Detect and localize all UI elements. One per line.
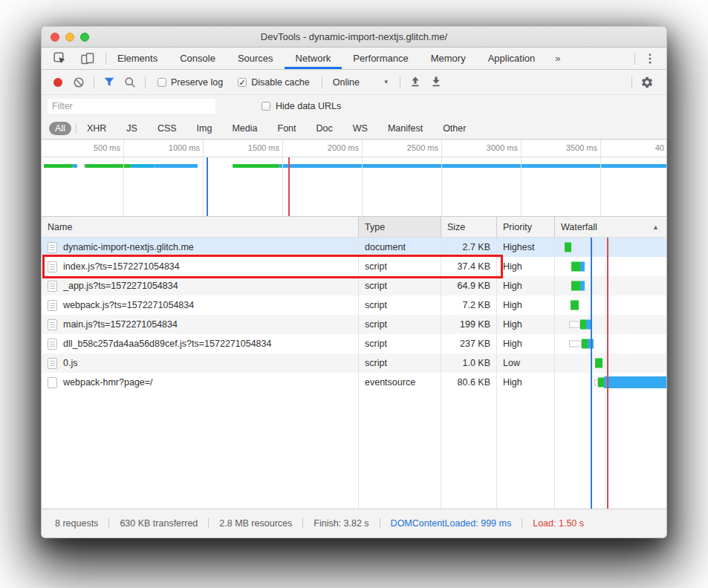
file-icon [48, 281, 57, 292]
tab-performance[interactable]: Performance [342, 48, 419, 69]
disable-cache-toggle[interactable]: ✓ Disable cache [230, 77, 317, 88]
waterfall-cell [555, 353, 666, 373]
table-row-webpackjs[interactable]: webpack.js?ts=1572271054834 script 7.2 K… [42, 295, 666, 315]
request-type: script [359, 295, 441, 315]
devtools-menu-icon[interactable]: ⋮ [635, 48, 666, 69]
hide-data-urls-toggle[interactable]: Hide data URLs [254, 101, 348, 111]
network-toolbar: Preserve log ✓ Disable cache Online ▼ [42, 70, 666, 95]
waterfall-bar [569, 341, 582, 347]
request-priority: Low [497, 353, 555, 373]
tab-sources[interactable]: Sources [227, 48, 285, 69]
waterfall-bar [571, 301, 579, 310]
tab-elements[interactable]: Elements [106, 48, 169, 69]
preserve-log-toggle[interactable]: Preserve log [150, 77, 230, 88]
requests-table-header: Name Type Size Priority Waterfall ▲ [42, 217, 666, 238]
request-name: 0.js [63, 358, 77, 368]
request-type: script [359, 315, 441, 334]
type-filter-font[interactable]: Font [272, 122, 302, 135]
type-filter-other[interactable]: Other [437, 122, 472, 135]
table-empty-area [42, 392, 666, 509]
window-titlebar[interactable]: DevTools - dynamic-import-nextjs.glitch.… [42, 27, 666, 48]
column-header-priority[interactable]: Priority [497, 217, 555, 237]
close-button[interactable] [51, 33, 59, 42]
minimize-button[interactable] [65, 33, 74, 42]
filter-input[interactable] [48, 99, 215, 114]
type-filter-media[interactable]: Media [226, 122, 263, 135]
waterfall-cell [555, 295, 666, 315]
tab-label: Elements [117, 53, 157, 64]
waterfall-header-label: Waterfall [561, 222, 597, 232]
clear-icon[interactable] [68, 73, 89, 92]
import-har-icon[interactable] [405, 73, 426, 92]
throttling-dropdown[interactable]: Online ▼ [327, 77, 395, 88]
network-overview-timeline[interactable]: 500 ms1000 ms1500 ms2000 ms2500 ms3000 m… [42, 140, 666, 217]
waterfall-cell [555, 276, 666, 295]
search-icon[interactable] [120, 73, 140, 92]
window-title: DevTools - dynamic-import-nextjs.glitch.… [261, 31, 447, 42]
more-tabs-button[interactable]: » [546, 48, 569, 69]
waterfall-bar [604, 376, 666, 388]
waterfall-bar [582, 339, 588, 349]
tab-application[interactable]: Application [477, 48, 547, 69]
type-filter-xhr[interactable]: XHR [81, 122, 112, 135]
timeline-gridline [441, 140, 442, 216]
table-row-webpack-hmr[interactable]: webpack-hmr?page=/ eventsource 80.6 KB H… [42, 373, 666, 392]
table-row-appjs[interactable]: _app.js?ts=1572271054834 script 64.9 KB … [42, 276, 666, 295]
tab-console[interactable]: Console [169, 48, 227, 69]
request-type: script [359, 334, 441, 353]
waterfall-cell [555, 257, 666, 276]
type-filter-ws[interactable]: WS [347, 122, 374, 135]
file-icon [48, 242, 57, 253]
overview-domcontentloaded-line [207, 157, 208, 216]
type-filter-all[interactable]: All [49, 122, 71, 135]
table-row-dlljs[interactable]: dll_b58c257da4aa56d89cef.js?ts=157227105… [42, 334, 666, 353]
devtools-window: DevTools - dynamic-import-nextjs.glitch.… [41, 26, 667, 538]
type-filter-js[interactable]: JS [120, 122, 143, 135]
request-size: 237 KB [441, 334, 497, 353]
request-priority: High [497, 373, 555, 392]
disable-cache-checkbox[interactable]: ✓ [238, 78, 247, 87]
hide-data-urls-checkbox[interactable] [262, 102, 270, 111]
tab-label: Sources [238, 53, 273, 64]
column-header-size[interactable]: Size [441, 217, 497, 237]
column-header-type[interactable]: Type [359, 217, 441, 237]
timeline-tick-label: 500 ms [76, 143, 120, 152]
timeline-gridline [203, 140, 204, 216]
column-header-waterfall[interactable]: Waterfall ▲ [555, 217, 666, 237]
resources-size: 2.8 MB resources [208, 518, 302, 529]
table-row-0js[interactable]: 0.js script 1.0 KB Low [42, 353, 666, 373]
type-filter-manifest[interactable]: Manifest [382, 122, 429, 135]
inspect-element-icon[interactable] [49, 49, 70, 68]
waterfall-cell [555, 238, 666, 257]
preserve-log-checkbox[interactable] [157, 78, 166, 87]
type-filter-css[interactable]: CSS [152, 122, 183, 135]
disable-cache-label: Disable cache [251, 77, 310, 88]
request-priority: High [497, 315, 555, 334]
waterfall-bar [580, 281, 585, 291]
waterfall-bar [580, 320, 586, 330]
waterfall-bar [279, 164, 666, 168]
domcontentloaded-time: DOMContentLoaded: 999 ms [380, 518, 522, 529]
request-size: 1.0 KB [441, 353, 497, 373]
tab-memory[interactable]: Memory [420, 48, 477, 69]
request-name: _app.js?ts=1572271054834 [63, 281, 178, 291]
filter-icon[interactable] [99, 73, 120, 92]
zoom-button[interactable] [80, 33, 89, 42]
waterfall-cell [555, 373, 666, 392]
table-row-mainjs[interactable]: main.js?ts=1572271054834 script 199 KB H… [42, 315, 666, 334]
file-icon [48, 319, 57, 330]
request-name: webpack-hmr?page=/ [63, 377, 153, 388]
type-filter-doc[interactable]: Doc [311, 122, 339, 135]
file-icon [48, 300, 57, 311]
chevron-down-icon: ▼ [383, 79, 389, 85]
tab-network[interactable]: Network [285, 48, 342, 69]
column-header-name[interactable]: Name [42, 217, 359, 237]
export-har-icon[interactable] [426, 73, 446, 92]
record-button[interactable] [48, 73, 68, 92]
device-toolbar-icon[interactable] [77, 49, 98, 68]
type-filter-img[interactable]: Img [191, 122, 218, 135]
request-priority: High [497, 257, 555, 276]
waterfall-bar [44, 164, 73, 168]
settings-gear-icon[interactable] [637, 73, 657, 92]
timeline-tick-label: 3500 ms [553, 143, 597, 152]
